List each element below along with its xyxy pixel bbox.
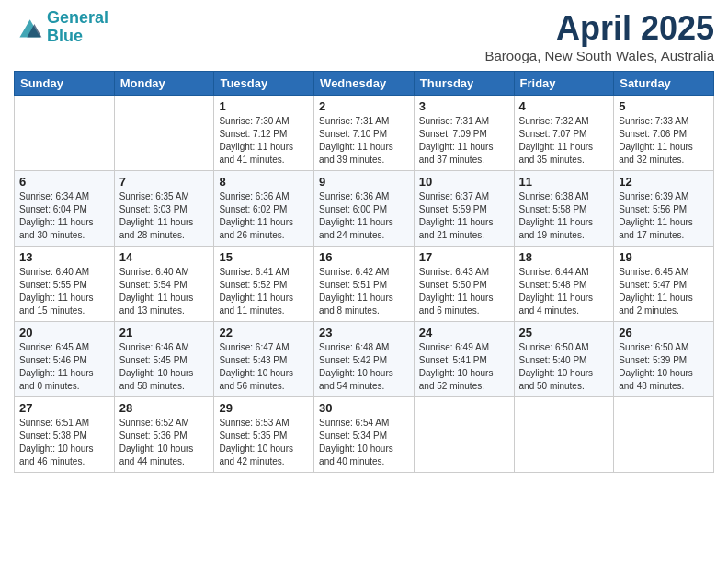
calendar-cell: [414, 397, 514, 473]
day-number: 27: [19, 401, 109, 415]
day-info: Sunrise: 6:46 AM Sunset: 5:45 PM Dayligh…: [119, 341, 210, 393]
page-header: General Blue April 2025 Barooga, New Sou…: [14, 9, 714, 63]
day-info: Sunrise: 6:42 AM Sunset: 5:51 PM Dayligh…: [319, 266, 409, 317]
day-info: Sunrise: 6:53 AM Sunset: 5:35 PM Dayligh…: [219, 417, 309, 468]
day-info: Sunrise: 6:36 AM Sunset: 6:02 PM Dayligh…: [219, 190, 309, 242]
calendar-cell: 6Sunrise: 6:34 AM Sunset: 6:04 PM Daylig…: [15, 171, 115, 247]
day-info: Sunrise: 6:48 AM Sunset: 5:42 PM Dayligh…: [319, 341, 409, 393]
day-info: Sunrise: 6:51 AM Sunset: 5:38 PM Dayligh…: [19, 417, 109, 468]
day-info: Sunrise: 6:50 AM Sunset: 5:40 PM Dayligh…: [519, 341, 609, 393]
day-number: 9: [319, 175, 409, 189]
calendar-cell: 3Sunrise: 7:31 AM Sunset: 7:09 PM Daylig…: [414, 96, 514, 171]
day-number: 19: [619, 250, 709, 264]
day-info: Sunrise: 6:43 AM Sunset: 5:50 PM Dayligh…: [419, 266, 509, 317]
day-info: Sunrise: 6:38 AM Sunset: 5:58 PM Dayligh…: [519, 190, 609, 242]
day-number: 16: [319, 250, 409, 264]
calendar-cell: 10Sunrise: 6:37 AM Sunset: 5:59 PM Dayli…: [414, 171, 514, 247]
calendar-cell: 24Sunrise: 6:49 AM Sunset: 5:41 PM Dayli…: [414, 322, 514, 397]
logo-icon: [14, 15, 43, 40]
calendar-table: SundayMondayTuesdayWednesdayThursdayFrid…: [14, 71, 714, 473]
calendar-cell: 21Sunrise: 6:46 AM Sunset: 5:45 PM Dayli…: [114, 322, 214, 397]
day-number: 20: [19, 326, 109, 339]
calendar-cell: 18Sunrise: 6:44 AM Sunset: 5:48 PM Dayli…: [514, 247, 614, 322]
day-number: 15: [219, 250, 309, 264]
calendar-week-1: 1Sunrise: 7:30 AM Sunset: 7:12 PM Daylig…: [15, 96, 714, 171]
day-number: 14: [119, 250, 210, 264]
day-info: Sunrise: 6:39 AM Sunset: 5:56 PM Dayligh…: [619, 190, 709, 242]
calendar-cell: 2Sunrise: 7:31 AM Sunset: 7:10 PM Daylig…: [314, 96, 415, 171]
calendar-cell: 22Sunrise: 6:47 AM Sunset: 5:43 PM Dayli…: [214, 322, 314, 397]
day-info: Sunrise: 6:44 AM Sunset: 5:48 PM Dayligh…: [519, 266, 609, 317]
calendar-week-2: 6Sunrise: 6:34 AM Sunset: 6:04 PM Daylig…: [15, 171, 714, 247]
day-number: 18: [519, 250, 609, 264]
calendar-cell: 19Sunrise: 6:45 AM Sunset: 5:47 PM Dayli…: [614, 247, 714, 322]
day-number: 13: [19, 250, 109, 264]
weekday-header-saturday: Saturday: [614, 72, 714, 96]
day-number: 26: [619, 326, 709, 339]
day-number: 12: [619, 175, 709, 189]
calendar-cell: 1Sunrise: 7:30 AM Sunset: 7:12 PM Daylig…: [214, 96, 314, 171]
day-number: 30: [319, 401, 409, 415]
calendar-cell: 30Sunrise: 6:54 AM Sunset: 5:34 PM Dayli…: [314, 397, 415, 473]
day-number: 5: [619, 99, 709, 113]
calendar-cell: [614, 397, 714, 473]
calendar-week-3: 13Sunrise: 6:40 AM Sunset: 5:55 PM Dayli…: [15, 247, 714, 322]
weekday-header-friday: Friday: [514, 72, 614, 96]
logo: General Blue: [14, 9, 108, 46]
day-number: 29: [219, 401, 309, 415]
logo-line1: General: [47, 8, 108, 27]
calendar-cell: 9Sunrise: 6:36 AM Sunset: 6:00 PM Daylig…: [314, 171, 415, 247]
day-info: Sunrise: 7:30 AM Sunset: 7:12 PM Dayligh…: [219, 115, 309, 167]
weekday-header-sunday: Sunday: [15, 72, 115, 96]
calendar-cell: 11Sunrise: 6:38 AM Sunset: 5:58 PM Dayli…: [514, 171, 614, 247]
day-info: Sunrise: 6:45 AM Sunset: 5:46 PM Dayligh…: [19, 341, 109, 393]
day-info: Sunrise: 7:32 AM Sunset: 7:07 PM Dayligh…: [519, 115, 609, 167]
day-number: 6: [19, 175, 109, 189]
day-info: Sunrise: 7:33 AM Sunset: 7:06 PM Dayligh…: [619, 115, 709, 167]
day-number: 17: [419, 250, 509, 264]
day-info: Sunrise: 6:40 AM Sunset: 5:54 PM Dayligh…: [119, 266, 210, 317]
day-info: Sunrise: 6:34 AM Sunset: 6:04 PM Dayligh…: [19, 190, 109, 242]
weekday-header-wednesday: Wednesday: [314, 72, 415, 96]
day-info: Sunrise: 6:47 AM Sunset: 5:43 PM Dayligh…: [219, 341, 309, 393]
day-number: 11: [519, 175, 609, 189]
calendar-week-4: 20Sunrise: 6:45 AM Sunset: 5:46 PM Dayli…: [15, 322, 714, 397]
day-number: 28: [119, 401, 210, 415]
title-block: April 2025 Barooga, New South Wales, Aus…: [484, 9, 714, 63]
day-number: 10: [419, 175, 509, 189]
calendar-cell: [514, 397, 614, 473]
day-number: 2: [319, 99, 409, 113]
day-info: Sunrise: 6:45 AM Sunset: 5:47 PM Dayligh…: [619, 266, 709, 317]
calendar-cell: 17Sunrise: 6:43 AM Sunset: 5:50 PM Dayli…: [414, 247, 514, 322]
calendar-cell: 12Sunrise: 6:39 AM Sunset: 5:56 PM Dayli…: [614, 171, 714, 247]
calendar-cell: 20Sunrise: 6:45 AM Sunset: 5:46 PM Dayli…: [15, 322, 115, 397]
day-info: Sunrise: 6:52 AM Sunset: 5:36 PM Dayligh…: [119, 417, 210, 468]
month-title: April 2025: [484, 9, 714, 48]
calendar-cell: 15Sunrise: 6:41 AM Sunset: 5:52 PM Dayli…: [214, 247, 314, 322]
day-info: Sunrise: 7:31 AM Sunset: 7:10 PM Dayligh…: [319, 115, 409, 167]
calendar-week-5: 27Sunrise: 6:51 AM Sunset: 5:38 PM Dayli…: [15, 397, 714, 473]
day-info: Sunrise: 6:50 AM Sunset: 5:39 PM Dayligh…: [619, 341, 709, 393]
weekday-header-row: SundayMondayTuesdayWednesdayThursdayFrid…: [15, 72, 714, 96]
day-number: 7: [119, 175, 210, 189]
day-number: 24: [419, 326, 509, 339]
day-info: Sunrise: 6:35 AM Sunset: 6:03 PM Dayligh…: [119, 190, 210, 242]
calendar-cell: 4Sunrise: 7:32 AM Sunset: 7:07 PM Daylig…: [514, 96, 614, 171]
calendar-cell: 7Sunrise: 6:35 AM Sunset: 6:03 PM Daylig…: [114, 171, 214, 247]
calendar-cell: 14Sunrise: 6:40 AM Sunset: 5:54 PM Dayli…: [114, 247, 214, 322]
calendar-cell: [114, 96, 214, 171]
logo-text: General Blue: [47, 9, 108, 46]
day-number: 21: [119, 326, 210, 339]
day-number: 8: [219, 175, 309, 189]
location-title: Barooga, New South Wales, Australia: [484, 48, 714, 63]
calendar-cell: 8Sunrise: 6:36 AM Sunset: 6:02 PM Daylig…: [214, 171, 314, 247]
calendar-cell: 23Sunrise: 6:48 AM Sunset: 5:42 PM Dayli…: [314, 322, 415, 397]
day-number: 3: [419, 99, 509, 113]
day-info: Sunrise: 6:41 AM Sunset: 5:52 PM Dayligh…: [219, 266, 309, 317]
logo-line2: Blue: [47, 27, 83, 45]
day-info: Sunrise: 6:36 AM Sunset: 6:00 PM Dayligh…: [319, 190, 409, 242]
calendar-cell: 28Sunrise: 6:52 AM Sunset: 5:36 PM Dayli…: [114, 397, 214, 473]
calendar-cell: 25Sunrise: 6:50 AM Sunset: 5:40 PM Dayli…: [514, 322, 614, 397]
day-info: Sunrise: 6:49 AM Sunset: 5:41 PM Dayligh…: [419, 341, 509, 393]
day-info: Sunrise: 6:54 AM Sunset: 5:34 PM Dayligh…: [319, 417, 409, 468]
